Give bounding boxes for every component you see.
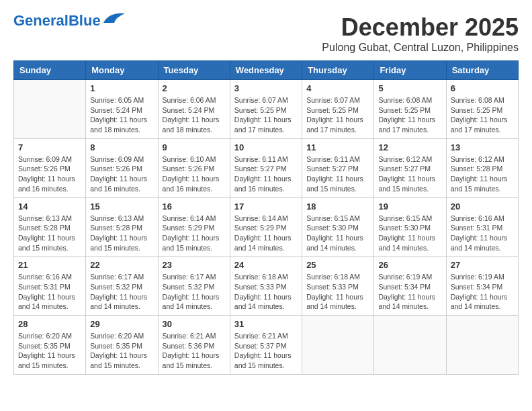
- header-saturday: Saturday: [446, 61, 518, 80]
- day-info: Sunrise: 6:08 AMSunset: 5:25 PMDaylight:…: [451, 95, 514, 135]
- day-info: Sunrise: 6:18 AMSunset: 5:33 PMDaylight:…: [234, 272, 298, 312]
- day-cell: 4Sunrise: 6:07 AMSunset: 5:25 PMDaylight…: [302, 80, 374, 139]
- logo-wing-icon: [102, 11, 126, 24]
- day-cell: 17Sunrise: 6:14 AMSunset: 5:29 PMDayligh…: [230, 197, 302, 257]
- day-cell: 27Sunrise: 6:19 AMSunset: 5:34 PMDayligh…: [446, 257, 518, 316]
- day-number: 27: [451, 260, 514, 270]
- day-cell: 23Sunrise: 6:17 AMSunset: 5:32 PMDayligh…: [158, 257, 230, 316]
- day-info: Sunrise: 6:05 AMSunset: 5:24 PMDaylight:…: [90, 95, 153, 135]
- day-number: 7: [18, 142, 81, 152]
- day-cell: [302, 316, 374, 375]
- location-title: Pulong Gubat, Central Luzon, Philippines: [322, 42, 519, 54]
- day-number: 2: [163, 83, 226, 93]
- day-number: 17: [234, 201, 298, 212]
- day-number: 31: [234, 319, 298, 329]
- page-header: GeneralBlue December 2025 Pulong Gubat, …: [13, 13, 519, 54]
- day-info: Sunrise: 6:21 AMSunset: 5:36 PMDaylight:…: [163, 331, 226, 371]
- day-cell: 22Sunrise: 6:17 AMSunset: 5:32 PMDayligh…: [86, 257, 158, 316]
- day-number: 25: [306, 260, 369, 270]
- day-cell: 28Sunrise: 6:20 AMSunset: 5:35 PMDayligh…: [14, 316, 86, 375]
- day-cell: 16Sunrise: 6:14 AMSunset: 5:29 PMDayligh…: [158, 197, 230, 257]
- day-cell: [446, 316, 518, 375]
- day-number: 11: [306, 142, 369, 152]
- day-info: Sunrise: 6:10 AMSunset: 5:26 PMDaylight:…: [163, 154, 226, 194]
- day-info: Sunrise: 6:14 AMSunset: 5:29 PMDaylight:…: [163, 214, 226, 253]
- day-info: Sunrise: 6:16 AMSunset: 5:31 PMDaylight:…: [451, 214, 514, 253]
- day-cell: 21Sunrise: 6:16 AMSunset: 5:31 PMDayligh…: [14, 257, 86, 316]
- day-cell: 19Sunrise: 6:15 AMSunset: 5:30 PMDayligh…: [374, 197, 446, 257]
- day-number: 18: [306, 201, 369, 212]
- day-number: 28: [18, 319, 81, 329]
- day-cell: 13Sunrise: 6:12 AMSunset: 5:28 PMDayligh…: [446, 138, 518, 197]
- day-cell: 15Sunrise: 6:13 AMSunset: 5:28 PMDayligh…: [86, 197, 158, 257]
- day-cell: 12Sunrise: 6:12 AMSunset: 5:27 PMDayligh…: [374, 138, 446, 197]
- header-friday: Friday: [374, 61, 446, 80]
- day-info: Sunrise: 6:17 AMSunset: 5:32 PMDaylight:…: [163, 272, 226, 312]
- logo-part2: Blue: [69, 12, 101, 29]
- day-info: Sunrise: 6:17 AMSunset: 5:32 PMDaylight:…: [90, 272, 153, 312]
- day-info: Sunrise: 6:11 AMSunset: 5:27 PMDaylight:…: [306, 154, 369, 194]
- logo-text: GeneralBlue: [13, 13, 101, 28]
- day-number: 8: [90, 142, 153, 152]
- day-cell: 24Sunrise: 6:18 AMSunset: 5:33 PMDayligh…: [230, 257, 302, 316]
- day-info: Sunrise: 6:07 AMSunset: 5:25 PMDaylight:…: [306, 95, 369, 135]
- title-area: December 2025 Pulong Gubat, Central Luzo…: [322, 13, 519, 54]
- day-info: Sunrise: 6:12 AMSunset: 5:27 PMDaylight:…: [378, 154, 441, 194]
- day-info: Sunrise: 6:20 AMSunset: 5:35 PMDaylight:…: [90, 331, 153, 371]
- day-info: Sunrise: 6:21 AMSunset: 5:37 PMDaylight:…: [234, 331, 298, 371]
- logo-part1: General: [13, 12, 69, 29]
- day-cell: 20Sunrise: 6:16 AMSunset: 5:31 PMDayligh…: [446, 197, 518, 257]
- day-info: Sunrise: 6:06 AMSunset: 5:24 PMDaylight:…: [163, 95, 226, 135]
- day-info: Sunrise: 6:12 AMSunset: 5:28 PMDaylight:…: [451, 154, 514, 194]
- day-cell: 6Sunrise: 6:08 AMSunset: 5:25 PMDaylight…: [446, 80, 518, 139]
- day-info: Sunrise: 6:20 AMSunset: 5:35 PMDaylight:…: [18, 331, 81, 371]
- week-row-2: 7Sunrise: 6:09 AMSunset: 5:26 PMDaylight…: [14, 138, 519, 197]
- day-info: Sunrise: 6:08 AMSunset: 5:25 PMDaylight:…: [378, 95, 441, 135]
- day-info: Sunrise: 6:09 AMSunset: 5:26 PMDaylight:…: [18, 154, 81, 194]
- day-number: 10: [234, 142, 298, 152]
- day-info: Sunrise: 6:19 AMSunset: 5:34 PMDaylight:…: [451, 272, 514, 312]
- day-cell: 31Sunrise: 6:21 AMSunset: 5:37 PMDayligh…: [230, 316, 302, 375]
- week-row-3: 14Sunrise: 6:13 AMSunset: 5:28 PMDayligh…: [14, 197, 519, 257]
- day-number: 9: [163, 142, 226, 152]
- day-number: 6: [451, 83, 514, 93]
- week-row-4: 21Sunrise: 6:16 AMSunset: 5:31 PMDayligh…: [14, 257, 519, 316]
- day-info: Sunrise: 6:15 AMSunset: 5:30 PMDaylight:…: [378, 214, 441, 253]
- day-cell: 2Sunrise: 6:06 AMSunset: 5:24 PMDaylight…: [158, 80, 230, 139]
- day-number: 26: [378, 260, 441, 270]
- day-number: 16: [163, 201, 226, 212]
- day-info: Sunrise: 6:15 AMSunset: 5:30 PMDaylight:…: [306, 214, 369, 253]
- day-cell: [374, 316, 446, 375]
- day-info: Sunrise: 6:07 AMSunset: 5:25 PMDaylight:…: [234, 95, 298, 135]
- day-number: 30: [163, 319, 226, 329]
- day-cell: 7Sunrise: 6:09 AMSunset: 5:26 PMDaylight…: [14, 138, 86, 197]
- day-cell: 5Sunrise: 6:08 AMSunset: 5:25 PMDaylight…: [374, 80, 446, 139]
- day-cell: 25Sunrise: 6:18 AMSunset: 5:33 PMDayligh…: [302, 257, 374, 316]
- day-number: 22: [90, 260, 153, 270]
- month-title: December 2025: [322, 13, 519, 42]
- day-info: Sunrise: 6:14 AMSunset: 5:29 PMDaylight:…: [234, 214, 298, 253]
- header-tuesday: Tuesday: [158, 61, 230, 80]
- day-cell: [14, 80, 86, 139]
- day-cell: 26Sunrise: 6:19 AMSunset: 5:34 PMDayligh…: [374, 257, 446, 316]
- day-number: 5: [378, 83, 441, 93]
- day-number: 29: [90, 319, 153, 329]
- day-number: 24: [234, 260, 298, 270]
- week-row-1: 1Sunrise: 6:05 AMSunset: 5:24 PMDaylight…: [14, 80, 519, 139]
- day-number: 4: [306, 83, 369, 93]
- day-cell: 9Sunrise: 6:10 AMSunset: 5:26 PMDaylight…: [158, 138, 230, 197]
- day-cell: 18Sunrise: 6:15 AMSunset: 5:30 PMDayligh…: [302, 197, 374, 257]
- header-row: SundayMondayTuesdayWednesdayThursdayFrid…: [14, 61, 519, 80]
- header-monday: Monday: [86, 61, 158, 80]
- day-number: 14: [18, 201, 81, 212]
- day-number: 23: [163, 260, 226, 270]
- day-number: 1: [90, 83, 153, 93]
- day-number: 3: [234, 83, 298, 93]
- day-info: Sunrise: 6:18 AMSunset: 5:33 PMDaylight:…: [306, 272, 369, 312]
- day-cell: 1Sunrise: 6:05 AMSunset: 5:24 PMDaylight…: [86, 80, 158, 139]
- day-number: 21: [18, 260, 81, 270]
- header-sunday: Sunday: [14, 61, 86, 80]
- logo: GeneralBlue: [13, 13, 126, 28]
- day-cell: 14Sunrise: 6:13 AMSunset: 5:28 PMDayligh…: [14, 197, 86, 257]
- day-number: 15: [90, 201, 153, 212]
